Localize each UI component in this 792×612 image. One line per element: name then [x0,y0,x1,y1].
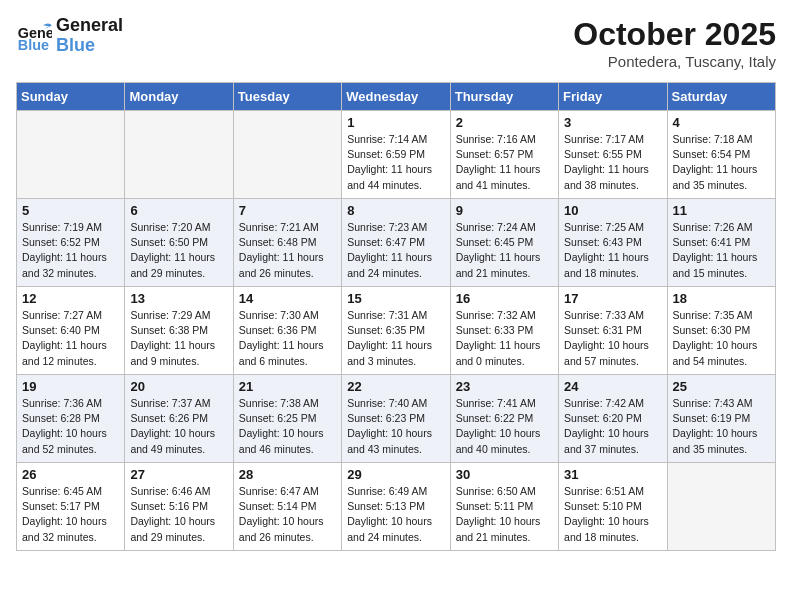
day-info: Sunrise: 7:33 AM Sunset: 6:31 PM Dayligh… [564,308,661,369]
day-number: 7 [239,203,336,218]
day-info: Sunrise: 7:21 AM Sunset: 6:48 PM Dayligh… [239,220,336,281]
calendar-week-row: 5Sunrise: 7:19 AM Sunset: 6:52 PM Daylig… [17,199,776,287]
day-number: 1 [347,115,444,130]
calendar-week-row: 26Sunrise: 6:45 AM Sunset: 5:17 PM Dayli… [17,463,776,551]
day-info: Sunrise: 6:47 AM Sunset: 5:14 PM Dayligh… [239,484,336,545]
day-number: 11 [673,203,770,218]
day-info: Sunrise: 7:24 AM Sunset: 6:45 PM Dayligh… [456,220,553,281]
calendar-cell [17,111,125,199]
day-info: Sunrise: 7:41 AM Sunset: 6:22 PM Dayligh… [456,396,553,457]
day-number: 14 [239,291,336,306]
day-info: Sunrise: 6:49 AM Sunset: 5:13 PM Dayligh… [347,484,444,545]
day-number: 6 [130,203,227,218]
day-info: Sunrise: 6:51 AM Sunset: 5:10 PM Dayligh… [564,484,661,545]
weekday-header-tuesday: Tuesday [233,83,341,111]
day-info: Sunrise: 7:35 AM Sunset: 6:30 PM Dayligh… [673,308,770,369]
day-info: Sunrise: 7:19 AM Sunset: 6:52 PM Dayligh… [22,220,119,281]
calendar-cell: 10Sunrise: 7:25 AM Sunset: 6:43 PM Dayli… [559,199,667,287]
day-number: 15 [347,291,444,306]
day-info: Sunrise: 7:42 AM Sunset: 6:20 PM Dayligh… [564,396,661,457]
day-number: 9 [456,203,553,218]
calendar-week-row: 19Sunrise: 7:36 AM Sunset: 6:28 PM Dayli… [17,375,776,463]
calendar-cell: 14Sunrise: 7:30 AM Sunset: 6:36 PM Dayli… [233,287,341,375]
day-info: Sunrise: 7:17 AM Sunset: 6:55 PM Dayligh… [564,132,661,193]
day-info: Sunrise: 6:45 AM Sunset: 5:17 PM Dayligh… [22,484,119,545]
day-info: Sunrise: 7:37 AM Sunset: 6:26 PM Dayligh… [130,396,227,457]
day-number: 26 [22,467,119,482]
day-number: 30 [456,467,553,482]
location: Pontedera, Tuscany, Italy [573,53,776,70]
calendar-week-row: 1Sunrise: 7:14 AM Sunset: 6:59 PM Daylig… [17,111,776,199]
day-number: 20 [130,379,227,394]
calendar-cell: 7Sunrise: 7:21 AM Sunset: 6:48 PM Daylig… [233,199,341,287]
day-info: Sunrise: 7:36 AM Sunset: 6:28 PM Dayligh… [22,396,119,457]
day-number: 4 [673,115,770,130]
day-info: Sunrise: 7:29 AM Sunset: 6:38 PM Dayligh… [130,308,227,369]
calendar-cell: 2Sunrise: 7:16 AM Sunset: 6:57 PM Daylig… [450,111,558,199]
day-number: 24 [564,379,661,394]
calendar-week-row: 12Sunrise: 7:27 AM Sunset: 6:40 PM Dayli… [17,287,776,375]
day-info: Sunrise: 7:30 AM Sunset: 6:36 PM Dayligh… [239,308,336,369]
calendar-cell: 30Sunrise: 6:50 AM Sunset: 5:11 PM Dayli… [450,463,558,551]
day-number: 28 [239,467,336,482]
day-number: 5 [22,203,119,218]
day-number: 17 [564,291,661,306]
month-title: October 2025 [573,16,776,53]
weekday-header-saturday: Saturday [667,83,775,111]
day-info: Sunrise: 7:18 AM Sunset: 6:54 PM Dayligh… [673,132,770,193]
day-number: 12 [22,291,119,306]
day-info: Sunrise: 7:26 AM Sunset: 6:41 PM Dayligh… [673,220,770,281]
day-info: Sunrise: 7:38 AM Sunset: 6:25 PM Dayligh… [239,396,336,457]
calendar-table: SundayMondayTuesdayWednesdayThursdayFrid… [16,82,776,551]
page-header: General Blue General Blue October 2025 P… [16,16,776,70]
day-info: Sunrise: 6:50 AM Sunset: 5:11 PM Dayligh… [456,484,553,545]
logo-text-general: General [56,16,123,36]
calendar-cell [667,463,775,551]
day-number: 13 [130,291,227,306]
day-number: 23 [456,379,553,394]
calendar-cell: 22Sunrise: 7:40 AM Sunset: 6:23 PM Dayli… [342,375,450,463]
day-number: 19 [22,379,119,394]
day-info: Sunrise: 7:32 AM Sunset: 6:33 PM Dayligh… [456,308,553,369]
weekday-header-wednesday: Wednesday [342,83,450,111]
day-info: Sunrise: 7:23 AM Sunset: 6:47 PM Dayligh… [347,220,444,281]
day-info: Sunrise: 7:43 AM Sunset: 6:19 PM Dayligh… [673,396,770,457]
day-info: Sunrise: 6:46 AM Sunset: 5:16 PM Dayligh… [130,484,227,545]
day-info: Sunrise: 7:40 AM Sunset: 6:23 PM Dayligh… [347,396,444,457]
logo-text-blue: Blue [56,36,123,56]
calendar-cell: 20Sunrise: 7:37 AM Sunset: 6:26 PM Dayli… [125,375,233,463]
day-number: 18 [673,291,770,306]
logo-icon: General Blue [16,18,52,54]
title-block: October 2025 Pontedera, Tuscany, Italy [573,16,776,70]
day-number: 2 [456,115,553,130]
calendar-cell: 9Sunrise: 7:24 AM Sunset: 6:45 PM Daylig… [450,199,558,287]
calendar-cell: 31Sunrise: 6:51 AM Sunset: 5:10 PM Dayli… [559,463,667,551]
calendar-cell: 24Sunrise: 7:42 AM Sunset: 6:20 PM Dayli… [559,375,667,463]
calendar-header-row: SundayMondayTuesdayWednesdayThursdayFrid… [17,83,776,111]
day-number: 8 [347,203,444,218]
calendar-cell: 11Sunrise: 7:26 AM Sunset: 6:41 PM Dayli… [667,199,775,287]
svg-text:Blue: Blue [18,37,49,53]
calendar-cell: 3Sunrise: 7:17 AM Sunset: 6:55 PM Daylig… [559,111,667,199]
calendar-cell: 18Sunrise: 7:35 AM Sunset: 6:30 PM Dayli… [667,287,775,375]
calendar-cell: 17Sunrise: 7:33 AM Sunset: 6:31 PM Dayli… [559,287,667,375]
day-number: 27 [130,467,227,482]
weekday-header-friday: Friday [559,83,667,111]
day-info: Sunrise: 7:16 AM Sunset: 6:57 PM Dayligh… [456,132,553,193]
calendar-cell [125,111,233,199]
weekday-header-monday: Monday [125,83,233,111]
day-number: 21 [239,379,336,394]
weekday-header-sunday: Sunday [17,83,125,111]
day-number: 25 [673,379,770,394]
calendar-cell: 5Sunrise: 7:19 AM Sunset: 6:52 PM Daylig… [17,199,125,287]
day-number: 16 [456,291,553,306]
calendar-cell: 29Sunrise: 6:49 AM Sunset: 5:13 PM Dayli… [342,463,450,551]
day-info: Sunrise: 7:25 AM Sunset: 6:43 PM Dayligh… [564,220,661,281]
day-number: 22 [347,379,444,394]
day-info: Sunrise: 7:31 AM Sunset: 6:35 PM Dayligh… [347,308,444,369]
calendar-cell: 1Sunrise: 7:14 AM Sunset: 6:59 PM Daylig… [342,111,450,199]
calendar-cell: 19Sunrise: 7:36 AM Sunset: 6:28 PM Dayli… [17,375,125,463]
calendar-cell: 4Sunrise: 7:18 AM Sunset: 6:54 PM Daylig… [667,111,775,199]
calendar-cell: 15Sunrise: 7:31 AM Sunset: 6:35 PM Dayli… [342,287,450,375]
calendar-cell [233,111,341,199]
